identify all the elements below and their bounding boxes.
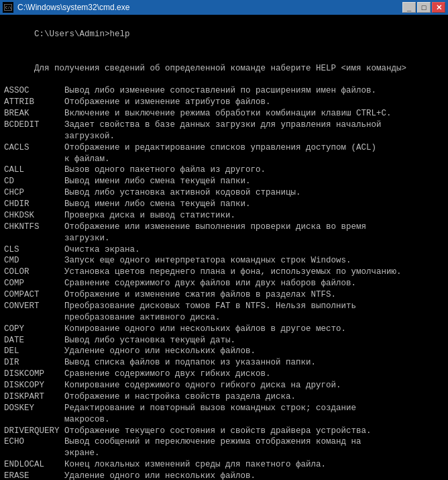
help-command: CALL: [4, 164, 64, 176]
help-row: ATTRIBОтображение и изменение атрибутов …: [4, 97, 444, 108]
maximize-button[interactable]: □: [417, 2, 431, 13]
help-description: Копирование содержимого одного гибкого д…: [64, 380, 444, 391]
help-description: Сравнение содержимого двух файлов или дв…: [64, 278, 444, 289]
help-table: ASSOCВывод либо изменение сопоставлений …: [4, 85, 444, 480]
help-row: ECHOВывод сообщений и переключение режим…: [4, 436, 444, 448]
help-row: CHKDSKПроверка диска и вывод статистики.: [4, 210, 444, 222]
close-button[interactable]: ✕: [432, 2, 445, 13]
help-row: CLSОчистка экрана.: [4, 244, 444, 256]
help-row: DIRВывод списка файлов и подпапок из ука…: [4, 357, 444, 369]
help-command: CD: [4, 176, 64, 187]
help-command: CHDIR: [4, 199, 64, 210]
help-description: Отображение и редактирование списков упр…: [64, 142, 444, 154]
window-icon: [3, 2, 13, 13]
help-command: BREAK: [4, 108, 64, 119]
help-row: CONVERTПреобразование дисковых томов FAT…: [4, 301, 444, 312]
help-command: CONVERT: [4, 301, 64, 312]
window-title: C:\Windows\system32\cmd.exe: [17, 3, 129, 12]
cmd-window: C:\Windows\system32\cmd.exe _ □ ✕ C:\Use…: [0, 0, 448, 480]
help-command: DEL: [4, 346, 64, 357]
help-description-cont: загрузкой.: [4, 131, 444, 142]
help-row: ASSOCВывод либо изменение сопоставлений …: [4, 85, 444, 97]
help-command: ERASE: [4, 471, 64, 480]
help-description: Копирование одного или нескольких файлов…: [64, 324, 444, 335]
help-description: Вывод имени либо смена текущей папки.: [64, 199, 444, 210]
help-command: ATTRIB: [4, 97, 64, 108]
help-row: CALLВызов одного пакетного файла из друг…: [4, 164, 444, 176]
help-description-cont: экране.: [4, 448, 444, 459]
help-description: Вывод либо установка активной кодовой ст…: [64, 187, 444, 199]
help-command: BCDEDIT: [4, 119, 64, 131]
help-row: DISKCOPYКопирование содержимого одного г…: [4, 380, 444, 391]
help-row: CACLSОтображение и редактирование списко…: [4, 142, 444, 154]
help-command: CHCP: [4, 187, 64, 199]
help-description: Отображение текущего состояния и свойств…: [64, 426, 444, 437]
help-row: DELУдаление одного или нескольких файлов…: [4, 346, 444, 357]
help-description: Задает свойства в базе данных загрузки д…: [64, 119, 444, 131]
help-description: Сравнение содержимого двух гибких дисков…: [64, 369, 444, 380]
help-command: CLS: [4, 244, 64, 256]
help-row: ERASEУдаление одного или нескольких файл…: [4, 471, 444, 480]
help-command: DISKCOMP: [4, 369, 64, 380]
help-description: Включение и выключение режима обработки …: [64, 108, 444, 119]
help-description: Вывод либо изменение сопоставлений по ра…: [64, 85, 444, 97]
help-description: Запуск еще одного интерпретатора командн…: [64, 255, 444, 267]
intro-line: Для получения сведений об определенной к…: [4, 52, 444, 86]
help-row: DRIVERQUERYОтображение текущего состояни…: [4, 426, 444, 437]
title-buttons: _ □ ✕: [402, 2, 445, 13]
help-command: ASSOC: [4, 85, 64, 97]
help-description: Преобразование дисковых томов FAT в NTFS…: [64, 301, 444, 312]
help-command: CHKNTFS: [4, 222, 64, 233]
help-command: CHKDSK: [4, 210, 64, 222]
help-row: COPYКопирование одного или нескольких фа…: [4, 324, 444, 335]
help-description: Удаление одного или нескольких файлов.: [64, 346, 444, 357]
help-description-cont: к файлам.: [4, 154, 444, 165]
help-description: Проверка диска и вывод статистики.: [64, 210, 444, 222]
title-bar-text: C:\Windows\system32\cmd.exe: [3, 2, 129, 13]
help-description: Очистка экрана.: [64, 244, 444, 256]
help-row: CHDIRВывод имени либо смена текущей папк…: [4, 199, 444, 210]
help-row: ENDLOCALКонец локальных изменений среды …: [4, 459, 444, 471]
help-row: DISKPARTОтображение и настройка свойств …: [4, 391, 444, 403]
help-command: CMD: [4, 255, 64, 267]
help-description: Вывод списка файлов и подпапок из указан…: [64, 357, 444, 369]
help-row: CDВывод имени либо смена текущей папки.: [4, 176, 444, 187]
help-row: DATEВывод либо установка текущей даты.: [4, 335, 444, 346]
console-output: C:\Users\Admin>help Для получения сведен…: [0, 15, 448, 480]
help-row: DOSKEYРедактирование и повторный вызов к…: [4, 403, 444, 414]
help-description: Вызов одного пакетного файла из другого.: [64, 164, 444, 176]
help-row: CHCPВывод либо установка активной кодово…: [4, 187, 444, 199]
help-command: ENDLOCAL: [4, 459, 64, 471]
help-command: DIR: [4, 357, 64, 369]
minimize-button[interactable]: _: [402, 2, 416, 13]
help-description: Отображение и изменение сжатия файлов в …: [64, 289, 444, 301]
help-row: COLORУстановка цветов переднего плана и …: [4, 267, 444, 278]
help-description: Вывод либо установка текущей даты.: [64, 335, 444, 346]
help-command: DOSKEY: [4, 403, 64, 414]
help-command: COMPACT: [4, 289, 64, 301]
help-row: CMDЗапуск еще одного интерпретатора кома…: [4, 255, 444, 267]
help-command: DRIVERQUERY: [4, 426, 64, 437]
help-description: Удаление одного или нескольких файлов.: [64, 471, 444, 480]
help-command: COLOR: [4, 267, 64, 278]
help-row: DISKCOMPСравнение содержимого двух гибки…: [4, 369, 444, 380]
help-description: Отображение или изменение выполнения про…: [64, 222, 444, 233]
prompt-text: C:\Users\Admin>help: [34, 30, 130, 39]
help-command: DATE: [4, 335, 64, 346]
help-description-cont: макросов.: [4, 414, 444, 426]
help-command: DISKPART: [4, 391, 64, 403]
help-description: Конец локальных изменений среды для паке…: [64, 459, 444, 471]
title-bar: C:\Windows\system32\cmd.exe _ □ ✕: [0, 0, 448, 15]
help-description-cont: преобразование активного диска.: [4, 312, 444, 324]
help-command: DISKCOPY: [4, 380, 64, 391]
help-row: BREAKВключение и выключение режима обраб…: [4, 108, 444, 119]
help-row: CHKNTFSОтображение или изменение выполне…: [4, 222, 444, 233]
prompt-line: C:\Users\Admin>help: [4, 17, 444, 52]
help-description: Вывод имени либо смена текущей папки.: [64, 176, 444, 187]
help-command: CACLS: [4, 142, 64, 154]
help-row: COMPACTОтображение и изменение сжатия фа…: [4, 289, 444, 301]
help-command: ECHO: [4, 436, 64, 448]
help-description: Отображение и изменение атрибутов файлов…: [64, 97, 444, 108]
help-command: COMP: [4, 278, 64, 289]
help-row: BCDEDITЗадает свойства в базе данных заг…: [4, 119, 444, 131]
